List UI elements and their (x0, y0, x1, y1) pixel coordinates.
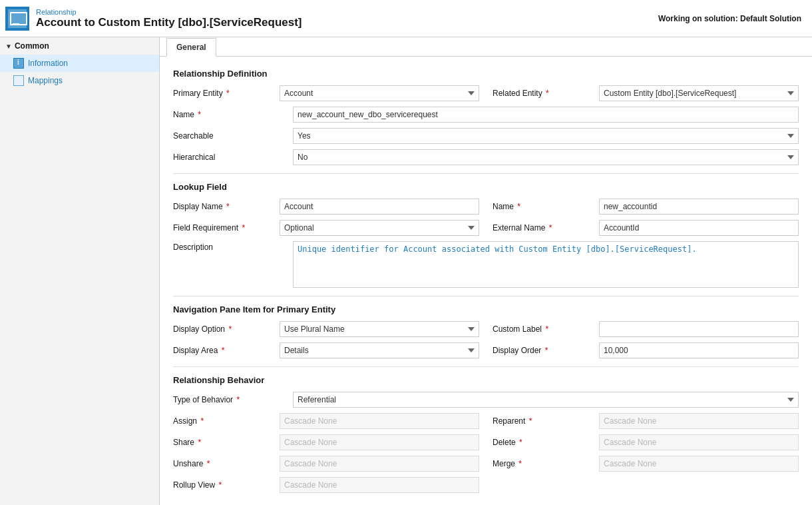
section-lookup-field-title: Lookup Field (173, 182, 799, 192)
display-order-input[interactable] (599, 342, 799, 358)
section-nav-pane-title: Navigation Pane Item for Primary Entity (173, 304, 799, 314)
information-icon (13, 58, 24, 69)
display-option-select[interactable]: Use Plural Name (280, 321, 479, 337)
searchable-row: Searchable Yes (173, 128, 799, 144)
collapse-icon: ▼ (5, 43, 12, 50)
header: Relationship Account to Custom Entity [d… (0, 0, 812, 37)
assign-select[interactable]: Cascade None (280, 413, 479, 429)
primary-entity-label: Primary Entity * (173, 89, 280, 98)
display-name-input[interactable] (280, 199, 479, 215)
external-name-label: External Name * (493, 223, 599, 233)
name-row: Name * (173, 107, 799, 123)
description-row: Description Unique identifier for Accoun… (173, 241, 799, 288)
related-entity-select[interactable]: Custom Entity [dbo].[ServiceRequest] (599, 85, 799, 101)
display-area-label: Display Area * (173, 346, 280, 355)
display-option-custom-label-row: Display Option * Use Plural Name Custom … (173, 321, 799, 337)
name-input[interactable] (293, 107, 799, 123)
display-area-select[interactable]: Details (280, 342, 479, 358)
app-icon (5, 7, 29, 31)
primary-related-entity-row: Primary Entity * Account Related Entity … (173, 85, 799, 101)
sidebar-item-information[interactable]: Information (0, 55, 159, 72)
type-of-behavior-select[interactable]: Referential (293, 392, 799, 408)
sidebar-section-common[interactable]: ▼ Common (0, 37, 159, 55)
share-delete-row: Share * Cascade None Delete * (173, 434, 799, 450)
assign-label: Assign * (173, 416, 280, 426)
type-of-behavior-label: Type of Behavior * (173, 395, 293, 404)
display-name-name-row: Display Name * Name * (173, 199, 799, 215)
rollup-view-select[interactable]: Cascade None (280, 477, 479, 493)
hierarchical-label: Hierarchical (173, 153, 293, 162)
header-title: Account to Custom Entity [dbo].[ServiceR… (36, 16, 302, 29)
sidebar: ▼ Common Information Mappings (0, 37, 160, 505)
unshare-merge-row: Unshare * Cascade None Merge * (173, 456, 799, 472)
share-select[interactable]: Cascade None (280, 434, 479, 450)
hierarchical-select[interactable]: No (293, 149, 799, 165)
reparent-select[interactable]: Cascade None (599, 413, 799, 429)
sidebar-section-label: Common (15, 41, 49, 51)
unshare-label: Unshare * (173, 459, 280, 468)
name-label: Name * (173, 110, 293, 119)
searchable-select[interactable]: Yes (293, 128, 799, 144)
delete-label: Delete * (493, 438, 599, 447)
working-on-label: Working on solution: Default Solution (658, 14, 801, 23)
lookup-name-input[interactable] (599, 199, 799, 215)
section-relationship-definition-title: Relationship Definition (173, 69, 799, 79)
share-label: Share * (173, 438, 280, 447)
rollup-view-label: Rollup View * (173, 480, 280, 490)
related-entity-label: Related Entity * (493, 89, 599, 98)
display-option-label: Display Option * (173, 324, 280, 334)
merge-label: Merge * (493, 459, 599, 468)
sidebar-item-mappings-label: Mappings (28, 76, 63, 85)
hierarchical-row: Hierarchical No (173, 149, 799, 165)
field-requirement-label: Field Requirement * (173, 223, 280, 233)
searchable-label: Searchable (173, 131, 293, 141)
primary-entity-select[interactable]: Account (280, 85, 479, 101)
delete-select[interactable]: Cascade None (599, 434, 799, 450)
type-of-behavior-row: Type of Behavior * Referential (173, 392, 799, 408)
custom-label-input[interactable] (599, 321, 799, 337)
unshare-select[interactable]: Cascade None (280, 456, 479, 472)
tab-general[interactable]: General (166, 38, 216, 57)
sidebar-item-mappings[interactable]: Mappings (0, 72, 159, 89)
header-subtitle: Relationship (36, 8, 302, 16)
display-order-label: Display Order * (493, 346, 599, 355)
section-relationship-behavior-title: Relationship Behavior (173, 375, 799, 385)
content-area: General Relationship Definition Primary … (160, 37, 812, 505)
assign-reparent-row: Assign * Cascade None Reparent * (173, 413, 799, 429)
external-name-input[interactable] (599, 220, 799, 236)
sidebar-item-information-label: Information (28, 59, 68, 68)
description-textarea[interactable]: Unique identifier for Account associated… (293, 241, 799, 288)
field-req-external-row: Field Requirement * Optional External Na… (173, 220, 799, 236)
description-label: Description (173, 241, 293, 252)
tab-bar: General (160, 37, 812, 57)
mappings-icon (13, 75, 24, 86)
display-area-order-row: Display Area * Details Display Order * (173, 342, 799, 358)
display-name-label: Display Name * (173, 202, 280, 211)
rollup-view-row: Rollup View * Cascade None (173, 477, 799, 493)
custom-label-label: Custom Label * (493, 324, 599, 334)
lookup-name-label: Name * (493, 202, 599, 211)
form-body: Relationship Definition Primary Entity *… (160, 57, 812, 505)
reparent-label: Reparent * (493, 416, 599, 426)
field-requirement-select[interactable]: Optional (280, 220, 479, 236)
merge-select[interactable]: Cascade None (599, 456, 799, 472)
